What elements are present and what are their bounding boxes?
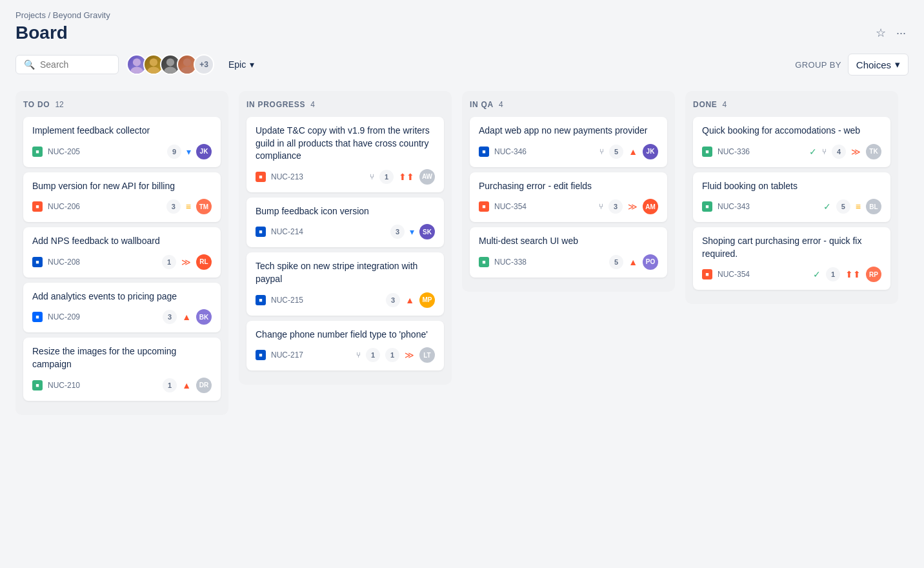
card-id: NUC-215 bbox=[271, 296, 303, 305]
priority-icon: ≡ bbox=[856, 201, 861, 212]
choices-button[interactable]: Choices ▾ bbox=[848, 54, 909, 76]
chevron-down-icon: ▾ bbox=[250, 59, 254, 70]
type-icon: ■ bbox=[702, 147, 712, 157]
column-title: IN QA bbox=[470, 100, 494, 109]
card[interactable]: Quick booking for accomodations - web ■ … bbox=[693, 117, 890, 167]
card-meta: ■ NUC-346 ⑂ 5▲JK bbox=[479, 144, 658, 159]
page-container: Projects / Beyond Gravity Board ☆ ··· 🔍 bbox=[0, 0, 924, 425]
type-icon: ■ bbox=[256, 227, 266, 237]
type-icon: ■ bbox=[479, 201, 489, 212]
story-points: 1 bbox=[826, 267, 840, 281]
card[interactable]: Implement feedback collector ■ NUC-205 9… bbox=[23, 117, 221, 167]
branch-icon: ⑂ bbox=[822, 147, 827, 156]
search-icon: 🔍 bbox=[24, 59, 35, 70]
type-icon: ■ bbox=[32, 312, 43, 322]
card-id: NUC-343 bbox=[718, 202, 750, 211]
column-count: 4 bbox=[499, 100, 503, 109]
story-points: 1 bbox=[385, 348, 399, 362]
priority-icon: ≫ bbox=[851, 147, 861, 157]
card[interactable]: Resize the images for the upcoming campa… bbox=[23, 338, 221, 400]
card[interactable]: Adapt web app no new payments provider ■… bbox=[470, 117, 667, 167]
card-meta: ■ NUC-338 5▲PO bbox=[479, 254, 658, 270]
card-avatar: AW bbox=[419, 169, 435, 185]
column-header-inqa: IN QA 4 bbox=[470, 100, 667, 109]
card[interactable]: Add analytics events to pricing page ■ N… bbox=[23, 283, 221, 333]
board: TO DO 12 Implement feedback collector ■ … bbox=[15, 91, 909, 415]
priority-icon: ▲ bbox=[628, 257, 638, 267]
branch-icon: ⑂ bbox=[370, 172, 374, 181]
card-id: NUC-354 bbox=[494, 202, 527, 211]
card[interactable]: Bump version for new API for billing ■ N… bbox=[23, 172, 221, 223]
card-avatar: TM bbox=[196, 199, 212, 214]
card-title: Implement feedback collector bbox=[32, 125, 212, 137]
star-button[interactable]: ☆ bbox=[873, 23, 889, 43]
svg-point-7 bbox=[181, 67, 193, 76]
story-points: 1 bbox=[163, 378, 177, 392]
card[interactable]: Change phone number field type to 'phone… bbox=[246, 321, 444, 371]
card-avatar: RP bbox=[866, 267, 881, 282]
branch-count: 4 bbox=[832, 145, 846, 159]
card[interactable]: Purchasing error - edit fields ■ NUC-354… bbox=[470, 172, 667, 223]
type-icon: ■ bbox=[702, 269, 712, 279]
card[interactable]: Bump feedback icon version ■ NUC-214 3▾S… bbox=[246, 198, 444, 248]
priority-icon: ▲ bbox=[182, 312, 191, 322]
priority-icon: ⬆⬆ bbox=[399, 172, 414, 182]
card-title: Shoping cart purchasing error - quick fi… bbox=[702, 235, 881, 260]
story-points: 1 bbox=[162, 255, 176, 269]
card-meta: ■ NUC-354 ✓1⬆⬆RP bbox=[702, 267, 881, 282]
svg-point-2 bbox=[150, 58, 157, 66]
card-title: Update T&C copy with v1.9 from the write… bbox=[256, 125, 435, 163]
story-points: 3 bbox=[386, 293, 400, 307]
search-box[interactable]: 🔍 bbox=[15, 55, 119, 74]
column-inprogress: IN PROGRESS 4 Update T&C copy with v1.9 … bbox=[239, 91, 452, 385]
epic-filter-button[interactable]: Epic ▾ bbox=[222, 56, 261, 74]
card-avatar: SK bbox=[419, 224, 435, 239]
column-header-inprogress: IN PROGRESS 4 bbox=[246, 100, 444, 109]
card-title: Fluid booking on tablets bbox=[702, 180, 881, 193]
column-todo: TO DO 12 Implement feedback collector ■ … bbox=[15, 91, 228, 415]
card-avatar: AM bbox=[643, 199, 658, 214]
toolbar: 🔍 +3 Epic ▾ GROUP BY bbox=[15, 54, 909, 76]
avatar-more[interactable]: +3 bbox=[194, 54, 214, 75]
card[interactable]: Multi-dest search UI web ■ NUC-338 5▲PO bbox=[470, 227, 667, 278]
card-title: Multi-dest search UI web bbox=[479, 235, 658, 248]
svg-point-4 bbox=[166, 58, 174, 66]
card-id: NUC-205 bbox=[48, 147, 80, 156]
card-id: NUC-346 bbox=[494, 147, 527, 156]
card-meta: ■ NUC-208 1≫RL bbox=[32, 254, 212, 270]
card[interactable]: Shoping cart purchasing error - quick fi… bbox=[693, 227, 890, 290]
priority-icon: ▲ bbox=[182, 380, 191, 391]
card-title: Change phone number field type to 'phone… bbox=[256, 329, 435, 341]
svg-point-1 bbox=[130, 67, 143, 76]
card-id: NUC-217 bbox=[271, 350, 303, 360]
avatars-group[interactable]: +3 bbox=[126, 54, 214, 75]
type-icon: ■ bbox=[702, 201, 712, 212]
card-id: NUC-210 bbox=[48, 381, 80, 390]
type-icon: ■ bbox=[256, 295, 266, 305]
card-avatar: MP bbox=[419, 292, 435, 308]
card[interactable]: Update T&C copy with v1.9 from the write… bbox=[246, 117, 444, 192]
branch-icon: ⑂ bbox=[356, 350, 361, 360]
more-options-button[interactable]: ··· bbox=[894, 24, 909, 43]
card-id: NUC-338 bbox=[494, 258, 527, 267]
branch-count: 1 bbox=[366, 348, 380, 362]
story-points: 5 bbox=[609, 255, 623, 269]
card-meta: ■ NUC-209 3▲BK bbox=[32, 309, 212, 325]
svg-point-6 bbox=[183, 58, 191, 66]
story-points: 9 bbox=[167, 145, 181, 159]
check-icon: ✓ bbox=[809, 147, 817, 157]
card-avatar: JK bbox=[196, 144, 212, 159]
story-points: 5 bbox=[836, 199, 850, 214]
type-icon: ■ bbox=[32, 201, 43, 212]
priority-icon: ≫ bbox=[628, 201, 638, 212]
card-id: NUC-336 bbox=[718, 147, 750, 156]
page-title-left: Board bbox=[15, 23, 68, 43]
search-input[interactable] bbox=[40, 59, 111, 70]
column-title: IN PROGRESS bbox=[246, 100, 305, 109]
card-avatar: BK bbox=[196, 309, 212, 325]
type-icon: ■ bbox=[32, 147, 43, 157]
card[interactable]: Add NPS feedback to wallboard ■ NUC-208 … bbox=[23, 227, 221, 278]
type-icon: ■ bbox=[479, 257, 489, 267]
card[interactable]: Tech spike on new stripe integration wit… bbox=[246, 252, 444, 315]
card[interactable]: Fluid booking on tablets ■ NUC-343 ✓5≡BL bbox=[693, 172, 890, 223]
